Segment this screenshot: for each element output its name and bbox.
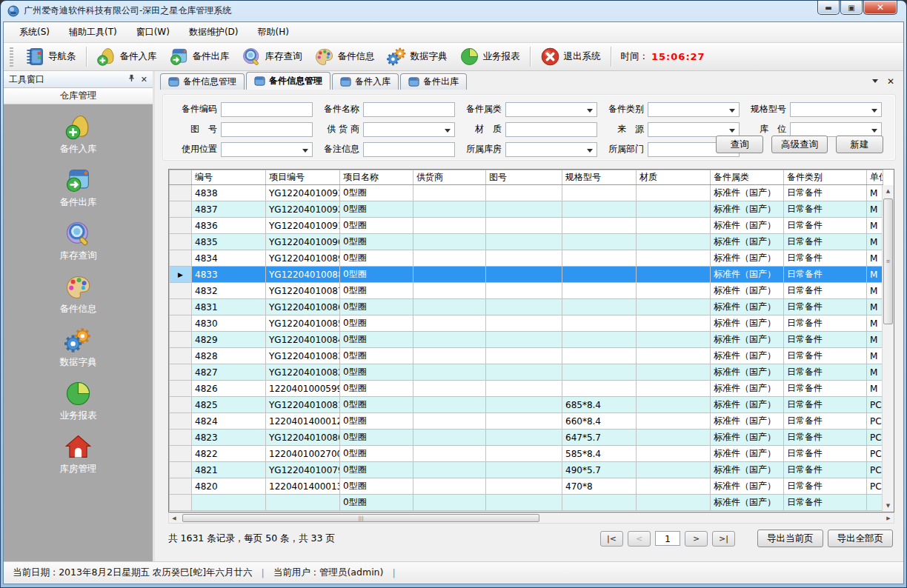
row-selector[interactable] [170, 332, 192, 348]
table-row[interactable]: 4837YG122040100920型圈标准件（国产）日常备件M [170, 201, 883, 218]
minimize-button[interactable]: ▬ [817, 1, 840, 15]
tab-list-icon[interactable] [872, 79, 878, 86]
toolbar-button-report[interactable]: 业务报表 [454, 44, 526, 69]
toolbar-button-out[interactable]: 备件出库 [163, 44, 236, 69]
table-row[interactable]: 4832YG122040100870型圈标准件（国产）日常备件M [170, 283, 883, 299]
toolbar-button-exit[interactable]: 退出系统 [534, 44, 607, 69]
combo-box[interactable] [505, 102, 597, 117]
scroll-up-icon[interactable]: ▲ [883, 186, 893, 196]
row-selector[interactable] [170, 283, 192, 299]
row-selector[interactable] [170, 315, 192, 332]
page-number-input[interactable]: 1 [655, 531, 680, 546]
combo-box[interactable] [505, 142, 597, 157]
toolbar-grip[interactable] [10, 47, 13, 67]
table-row[interactable]: 4827YG122040100820型圈标准件（国产）日常备件M [170, 364, 883, 381]
toolbar-button-info[interactable]: 备件信息 [308, 44, 381, 69]
row-selector[interactable] [170, 397, 192, 413]
column-header[interactable]: 材质 [637, 170, 711, 185]
combo-box[interactable] [648, 122, 740, 137]
tab-0[interactable]: 备件信息管理 [160, 73, 245, 90]
combo-box[interactable] [363, 122, 455, 137]
column-header[interactable]: 备件类别 [784, 170, 867, 185]
text-input[interactable] [363, 142, 455, 157]
row-selector[interactable] [170, 250, 192, 267]
last-page-button[interactable]: >| [712, 531, 735, 547]
table-row[interactable]: 0型圈标准件（国产）日常备件 [170, 495, 883, 511]
row-selector[interactable] [170, 299, 192, 315]
table-row[interactable]: ▶4833YG122040100880型圈标准件（国产）日常备件M [170, 267, 883, 283]
sidebar-item[interactable]: 备件信息 [60, 273, 97, 315]
row-selector[interactable] [170, 430, 192, 446]
table-row[interactable]: 482012204014000130型圈470*8标准件（国产）日常备件PC [170, 478, 883, 495]
sidebar-item[interactable]: 业务报表 [60, 380, 97, 422]
menu-item[interactable]: 数据维护(D) [181, 23, 247, 41]
table-row[interactable]: 4823YG122040100800型圈647*5.7标准件（国产）日常备件PC [170, 430, 883, 446]
table-row[interactable]: 4835YG122040100900型圈标准件（国产）日常备件M [170, 234, 883, 250]
row-selector[interactable] [170, 185, 192, 201]
toolbar-button-query[interactable]: 库存查询 [236, 44, 308, 69]
row-selector[interactable] [170, 478, 192, 495]
column-header[interactable]: 图号 [486, 170, 562, 185]
text-input[interactable] [221, 122, 313, 137]
table-row[interactable]: 482412204014000120型圈660*8.4标准件（国产）日常备件PC [170, 413, 883, 430]
row-selector[interactable] [170, 446, 192, 462]
text-input[interactable] [505, 122, 597, 137]
horizontal-scroll-thumb[interactable]: ||| [182, 514, 539, 522]
tab-1[interactable]: 备件信息管理 [246, 72, 330, 90]
export-all-pages-button[interactable]: 导出全部页 [828, 529, 894, 547]
sidebar-item[interactable]: 库房管理 [60, 433, 97, 475]
sidebar-item[interactable]: 数据字典 [60, 327, 97, 369]
scroll-right-icon[interactable]: ▶ [884, 514, 893, 522]
menu-item[interactable]: 帮助(H) [250, 23, 297, 41]
combo-box[interactable] [648, 102, 740, 117]
combo-box[interactable] [790, 122, 882, 137]
table-row[interactable]: 4838YG122040100930型圈标准件（国产）日常备件M [170, 185, 883, 201]
next-page-button[interactable]: > [685, 531, 708, 547]
sidebar-item[interactable]: 备件入库 [60, 113, 97, 156]
menu-item[interactable]: 窗口(W) [128, 23, 178, 41]
table-row[interactable]: 4834YG122040100890型圈标准件（国产）日常备件M [170, 250, 883, 267]
horizontal-scrollbar[interactable]: ◀ ||| ▶ [168, 512, 894, 524]
export-current-page-button[interactable]: 导出当前页 [757, 529, 823, 547]
table-row[interactable]: 4828YG122040100830型圈标准件（国产）日常备件M [170, 348, 883, 364]
row-selector[interactable] [170, 495, 192, 511]
table-row[interactable]: 4830YG122040100850型圈标准件（国产）日常备件M [170, 315, 883, 332]
row-selector[interactable] [170, 234, 192, 250]
scroll-left-icon[interactable]: ◀ [170, 514, 179, 522]
table-row[interactable]: 4831YG122040100860型圈标准件（国产）日常备件M [170, 299, 883, 315]
column-header[interactable]: 供货商 [413, 170, 486, 185]
column-header[interactable]: 备件属类 [711, 170, 784, 185]
row-selector[interactable] [170, 381, 192, 397]
sidebar-item[interactable]: 备件出库 [60, 167, 97, 209]
vertical-scrollbar[interactable]: ▲ ≡ ▼ [882, 185, 894, 512]
row-selector[interactable] [170, 201, 192, 218]
new-button[interactable]: 新建 [836, 136, 883, 153]
column-header[interactable]: 编号 [192, 170, 266, 185]
vertical-scroll-thumb[interactable]: ≡ [883, 198, 893, 324]
table-row[interactable]: 4821YG122040100790型圈490*5.7标准件（国产）日常备件PC [170, 462, 883, 478]
combo-box[interactable] [790, 102, 882, 117]
tab-2[interactable]: 备件入库 [332, 73, 399, 90]
scroll-down-icon[interactable]: ▼ [883, 501, 893, 511]
tab-3[interactable]: 备件出库 [400, 73, 467, 90]
column-header[interactable]: 项目编号 [266, 170, 340, 185]
column-header[interactable]: 单位 [867, 170, 883, 185]
prev-page-button[interactable]: < [628, 531, 651, 547]
row-selector[interactable] [170, 348, 192, 364]
toolbar-button-dict[interactable]: 数据字典 [381, 44, 454, 69]
table-row[interactable]: 4836YG122040100910型圈标准件（国产）日常备件M [170, 218, 883, 234]
row-selector[interactable] [170, 218, 192, 234]
row-selector[interactable] [170, 413, 192, 430]
advanced-query-button[interactable]: 高级查询 [771, 136, 828, 153]
close-tab-icon[interactable]: ✕ [887, 77, 894, 86]
query-button[interactable]: 查询 [716, 136, 763, 153]
close-panel-icon[interactable]: ✕ [141, 76, 147, 84]
menu-item[interactable]: 辅助工具(T) [61, 23, 125, 41]
sidebar-item[interactable]: 库存查询 [60, 220, 97, 262]
row-selector[interactable] [170, 462, 192, 478]
column-header[interactable]: 规格型号 [562, 170, 637, 185]
menu-item[interactable]: 系统(S) [11, 23, 58, 41]
row-selector[interactable] [170, 364, 192, 381]
text-input[interactable] [363, 102, 455, 117]
close-button[interactable]: ✕ [863, 1, 897, 15]
